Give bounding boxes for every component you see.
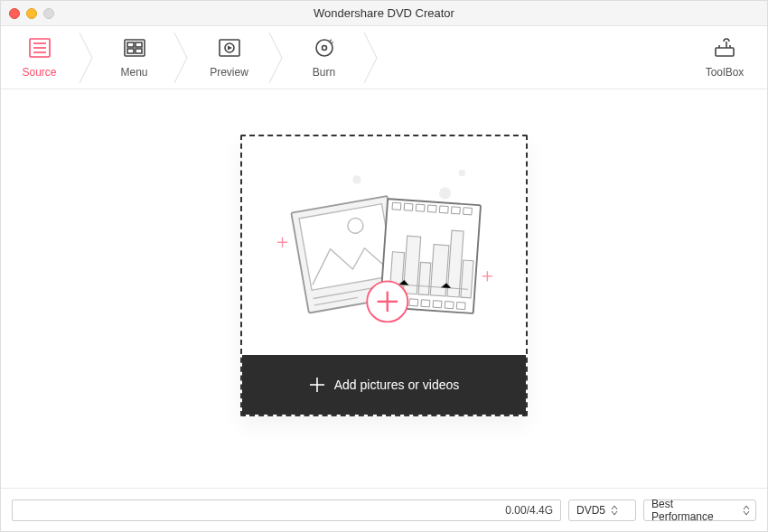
source-icon	[27, 37, 52, 62]
svg-rect-46	[430, 245, 449, 296]
menu-icon	[122, 37, 147, 62]
step-preview-label: Preview	[210, 66, 248, 79]
svg-rect-8	[136, 49, 142, 53]
svg-point-11	[316, 40, 332, 56]
window-controls	[9, 8, 54, 19]
svg-rect-29	[392, 202, 401, 210]
preview-icon	[217, 37, 242, 62]
add-media-label: Add pictures or videos	[334, 378, 460, 392]
svg-rect-33	[439, 206, 448, 213]
step-divider	[362, 26, 380, 89]
add-media-button[interactable]: Add pictures or videos	[242, 355, 526, 415]
step-menu-label: Menu	[120, 66, 147, 79]
step-divider	[267, 26, 286, 89]
close-icon[interactable]	[9, 8, 20, 19]
svg-point-16	[439, 187, 451, 199]
titlebar: Wondershare DVD Creator	[1, 1, 767, 26]
svg-rect-40	[433, 301, 442, 308]
svg-rect-32	[427, 205, 436, 212]
window-title: Wondershare DVD Creator	[1, 6, 767, 20]
plus-icon	[309, 377, 325, 393]
toolbox-button[interactable]: ToolBox	[693, 26, 756, 89]
disc-type-select[interactable]: DVD5	[568, 499, 636, 521]
step-menu[interactable]: Menu	[96, 26, 173, 89]
dropzone[interactable]: Add pictures or videos	[240, 135, 528, 416]
step-burn-label: Burn	[313, 66, 335, 79]
dropzone-illustration	[242, 136, 526, 355]
toolbox-icon	[712, 37, 737, 62]
svg-rect-39	[421, 300, 430, 307]
stepper-icon	[611, 505, 618, 516]
svg-point-12	[322, 45, 326, 50]
capacity-text: 0.00/4.4G	[505, 504, 553, 517]
quality-select[interactable]: Best Performance	[643, 499, 756, 521]
maximize-icon[interactable]	[43, 8, 54, 19]
step-preview[interactable]: Preview	[191, 26, 267, 89]
step-divider	[173, 26, 191, 89]
burn-icon	[312, 37, 337, 62]
svg-rect-24	[299, 204, 394, 291]
svg-rect-42	[456, 302, 465, 309]
svg-rect-48	[461, 260, 473, 298]
svg-rect-38	[409, 299, 418, 306]
minimize-icon[interactable]	[26, 8, 37, 19]
svg-rect-35	[464, 208, 473, 215]
svg-point-17	[459, 170, 466, 177]
quality-value: Best Performance	[651, 498, 737, 523]
svg-rect-31	[416, 204, 425, 211]
main-area: Add pictures or videos	[1, 89, 767, 488]
svg-rect-5	[127, 42, 134, 47]
step-burn[interactable]: Burn	[286, 26, 362, 89]
svg-rect-30	[404, 203, 413, 210]
capacity-field: 0.00/4.4G	[12, 499, 561, 521]
step-divider	[78, 26, 96, 89]
step-source[interactable]: Source	[1, 26, 78, 89]
svg-point-15	[352, 175, 361, 183]
toolbar: Source Menu Preview	[1, 26, 767, 89]
bottom-bar: 0.00/4.4G DVD5 Best Performance	[1, 488, 767, 531]
svg-rect-34	[451, 207, 460, 214]
svg-rect-45	[418, 262, 431, 294]
svg-rect-7	[127, 49, 134, 53]
stepper-icon	[743, 505, 750, 516]
toolbox-label: ToolBox	[706, 66, 745, 79]
step-source-label: Source	[22, 66, 56, 79]
svg-rect-41	[445, 302, 454, 309]
disc-type-value: DVD5	[576, 504, 605, 517]
svg-rect-13	[716, 48, 734, 56]
svg-rect-6	[136, 42, 142, 47]
